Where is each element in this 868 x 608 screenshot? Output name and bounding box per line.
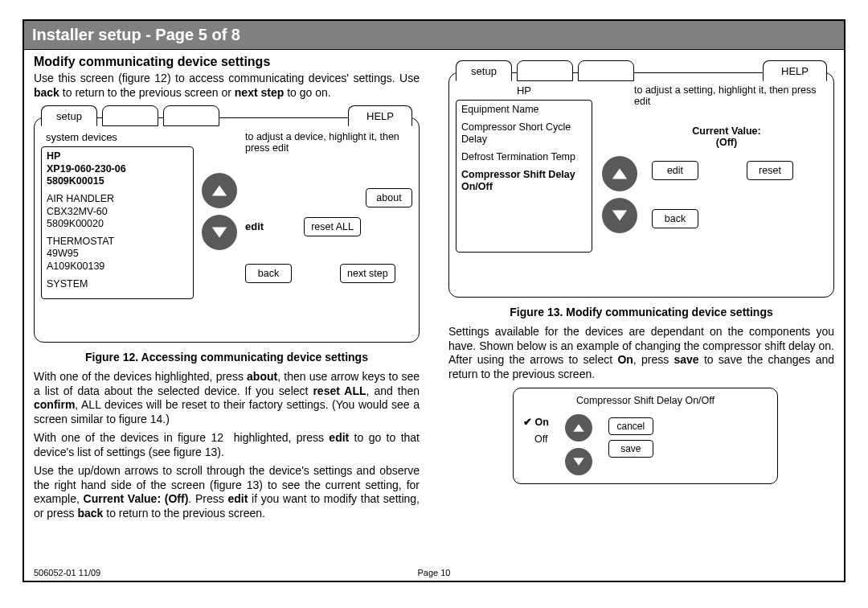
- device-listbox[interactable]: HP XP19-060-230-06 5809K00015 AIR HANDLE…: [41, 146, 194, 299]
- device-line: 5809K00020: [47, 218, 188, 231]
- paragraph-edit: With one of the devices in figure 12 hig…: [34, 431, 420, 459]
- tab-blank-2[interactable]: [163, 105, 219, 126]
- page-frame: Installer setup - Page 5 of 8 Modify com…: [23, 19, 845, 582]
- footer-doc-number: 506052-01 11/09: [34, 568, 100, 577]
- device-item-airhandler[interactable]: AIR HANDLER CBX32MV-60 5809K00020: [47, 193, 188, 231]
- arrow-down-button[interactable]: [602, 198, 637, 233]
- triangle-down-icon: [211, 224, 228, 241]
- tab-setup[interactable]: setup: [456, 60, 512, 81]
- arrow-down-button[interactable]: [565, 448, 592, 475]
- intro-paragraph: Use this screen (figure 12) to access co…: [34, 72, 420, 100]
- setting-item[interactable]: Compressor Short Cycle Delay: [461, 121, 587, 146]
- tab-help[interactable]: HELP: [763, 60, 827, 81]
- tab-blank-1[interactable]: [102, 105, 158, 126]
- option-on[interactable]: On: [523, 414, 549, 431]
- paragraph-scroll: Use the up/down arrows to scroll through…: [34, 464, 420, 520]
- device-item-hp[interactable]: HP XP19-060-230-06 5809K00015: [47, 150, 188, 188]
- device-line: THERMOSTAT: [47, 236, 188, 249]
- device-item-system[interactable]: SYSTEM: [47, 278, 188, 291]
- figure-12-panel: setup HELP system devices HP XP19-060-23…: [34, 117, 420, 343]
- device-line: HP: [47, 150, 188, 163]
- title-bar: Installer setup - Page 5 of 8: [24, 21, 844, 50]
- figure-13-caption: Figure 13. Modify communicating device s…: [448, 306, 834, 318]
- system-devices-label: system devices: [46, 131, 194, 143]
- triangle-up-icon: [211, 182, 228, 199]
- reset-button[interactable]: reset: [747, 161, 793, 180]
- figure-13-panel: setup HELP HP Equipment Name Compressor …: [448, 72, 834, 298]
- option-off[interactable]: Off: [523, 431, 549, 448]
- hint-text: to adjust a device, highlight it, then p…: [245, 131, 412, 154]
- compressor-shift-panel: Compressor Shift Delay On/Off On Off: [513, 388, 778, 484]
- about-button[interactable]: about: [366, 188, 412, 207]
- device-line: CBX32MV-60: [47, 206, 188, 219]
- triangle-down-icon: [572, 455, 585, 468]
- section-heading: Modify communicating device settings: [34, 55, 420, 69]
- arrow-up-button[interactable]: [202, 173, 237, 208]
- arrow-up-button[interactable]: [602, 156, 637, 191]
- setting-item[interactable]: Defrost Termination Temp: [461, 151, 587, 164]
- reset-all-button[interactable]: reset ALL: [304, 217, 361, 236]
- triangle-up-icon: [572, 421, 585, 434]
- edit-button[interactable]: edit: [652, 161, 698, 180]
- paragraph-about-reset: With one of the devices highlighted, pre…: [34, 370, 420, 426]
- device-line: XP19-060-230-06: [47, 163, 188, 176]
- triangle-up-icon: [611, 165, 628, 183]
- current-value-label: Current Value:: [626, 125, 827, 137]
- small-panel-title: Compressor Shift Delay On/Off: [523, 395, 768, 406]
- cancel-button[interactable]: cancel: [608, 417, 653, 435]
- triangle-down-icon: [611, 207, 628, 224]
- setting-item-selected[interactable]: Compressor Shift Delay On/Off: [461, 169, 587, 194]
- setting-item[interactable]: Equipment Name: [461, 104, 587, 117]
- back-button[interactable]: back: [652, 209, 698, 228]
- back-button[interactable]: back: [245, 264, 292, 283]
- device-line: 49W95: [47, 248, 188, 261]
- tab-setup[interactable]: setup: [41, 105, 97, 126]
- arrow-up-button[interactable]: [565, 414, 592, 442]
- hint-text: to adjust a setting, highlight it, then …: [634, 84, 827, 108]
- device-line: A109K00139: [47, 261, 188, 273]
- save-button[interactable]: save: [608, 440, 653, 458]
- hp-label: HP: [456, 84, 592, 97]
- arrow-down-button[interactable]: [202, 215, 237, 250]
- footer-page-number: Page 10: [418, 568, 451, 577]
- tab-help[interactable]: HELP: [348, 105, 412, 126]
- current-value: (Off): [626, 137, 827, 148]
- device-line: AIR HANDLER: [47, 193, 188, 206]
- tab-blank-1[interactable]: [517, 60, 573, 81]
- next-step-button[interactable]: next step: [340, 264, 395, 283]
- figure-12-caption: Figure 12. Accessing communicating devic…: [34, 351, 420, 364]
- device-line: 5809K00015: [47, 175, 188, 188]
- paragraph-settings-available: Settings available for the devices are d…: [448, 325, 834, 381]
- settings-listbox[interactable]: Equipment Name Compressor Short Cycle De…: [456, 100, 592, 253]
- device-line: SYSTEM: [47, 278, 188, 291]
- device-item-thermostat[interactable]: THERMOSTAT 49W95 A109K00139: [47, 236, 188, 273]
- tab-blank-2[interactable]: [578, 60, 634, 81]
- edit-label: edit: [245, 220, 264, 232]
